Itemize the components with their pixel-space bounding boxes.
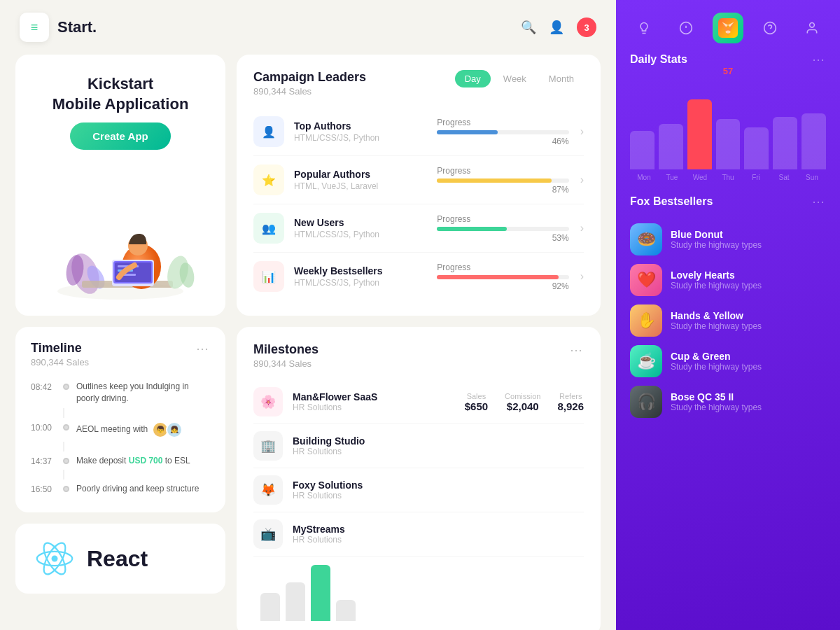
campaign-subtitle: 890,344 Sales	[253, 86, 366, 97]
milestones-card: Milestones 890,344 Sales ⋯ 🌸 Man&Flower …	[237, 327, 601, 630]
stats-bar-col	[659, 124, 683, 169]
fox-item-desc: Study the highway types	[671, 402, 762, 412]
timeline-text: Outlines keep you Indulging in poorly dr…	[76, 381, 210, 405]
stats-bars	[630, 78, 826, 169]
campaign-row-progress: Progress 46%	[437, 118, 568, 146]
timeline-time: 14:37	[31, 455, 56, 466]
timeline-dot	[63, 486, 69, 492]
fox-item-desc: Study the highway types	[671, 321, 762, 331]
fox-item-name: Lovely Hearts	[671, 270, 762, 281]
campaign-row-icon: 👥	[253, 213, 284, 244]
fox-item: ❤️ Lovely Hearts Study the highway types	[630, 260, 826, 300]
fox-item-name: Cup & Green	[671, 351, 762, 362]
search-icon[interactable]: 🔍	[521, 20, 536, 35]
stats-bar-col	[773, 117, 797, 169]
stat-refers-label: Refers	[557, 392, 584, 400]
timeline-connector	[63, 408, 64, 418]
main-content: Kickstart Mobile Application Create App	[0, 55, 616, 630]
sidebar-nav-user[interactable]	[797, 13, 827, 43]
fox-item-info: Hands & Yellow Study the highway types	[671, 310, 762, 331]
brand-name: Start.	[57, 18, 97, 36]
fox-item-desc: Study the highway types	[671, 362, 762, 372]
progress-label: Progress	[437, 262, 568, 272]
svg-point-15	[52, 556, 58, 562]
react-icon	[35, 539, 74, 578]
milestone-bar	[336, 600, 356, 621]
row-arrow-icon[interactable]: ›	[580, 125, 584, 138]
notification-badge[interactable]: 3	[577, 18, 596, 37]
row-arrow-icon[interactable]: ›	[580, 222, 584, 234]
progress-pct: 87%	[437, 185, 568, 195]
milestone-sub: HR Solutions	[293, 535, 345, 545]
stat-sales-val: $650	[465, 400, 488, 412]
campaign-row: 👤 Top Authors HTML/CSS/JS, Python Progre…	[253, 108, 584, 156]
fox-item-info: Blue Donut Study the highway types	[671, 229, 762, 250]
milestones-title: Milestones	[253, 342, 318, 357]
left-bottom-stack: Timeline 890,344 Sales ⋯ 08:42 Outlines …	[15, 327, 225, 630]
milestone-stats: Sales $650 Comission $2,040 Refers 8,926	[465, 392, 584, 412]
sidebar-nav-fox[interactable]	[713, 13, 743, 43]
create-app-button[interactable]: Create App	[70, 122, 170, 150]
sidebar-nav-question[interactable]	[755, 13, 785, 43]
milestone-sub: HR Solutions	[293, 447, 365, 456]
row-arrow-icon[interactable]: ›	[580, 270, 584, 283]
timeline-dots-icon[interactable]: ⋯	[196, 341, 210, 356]
progress-label: Progress	[437, 118, 568, 127]
fox-item: 🍩 Blue Donut Study the highway types	[630, 219, 826, 260]
milestone-sub: HR Solutions	[293, 402, 377, 412]
campaign-header: Campaign Leaders 890,344 Sales Day Week …	[253, 70, 584, 97]
campaign-row-progress: Progress 92%	[437, 262, 568, 291]
filter-month[interactable]: Month	[539, 70, 584, 88]
fox-thumb: 🎧	[630, 386, 662, 418]
progress-bar-bg	[437, 275, 568, 279]
filter-day[interactable]: Day	[455, 70, 491, 88]
milestone-info: MyStreams HR Solutions	[293, 524, 345, 545]
progress-pct: 92%	[437, 281, 568, 291]
filter-week[interactable]: Week	[493, 70, 536, 88]
milestones-header: Milestones 890,344 Sales ⋯	[253, 342, 584, 369]
fox-bestsellers-dots-icon[interactable]: ⋯	[812, 194, 826, 209]
react-card: React	[15, 524, 225, 594]
milestone-name: Man&Flower SaaS	[293, 391, 377, 402]
row-arrow-icon[interactable]: ›	[580, 174, 584, 186]
sidebar-nav-download[interactable]	[671, 13, 701, 43]
stats-bar-col	[630, 131, 654, 169]
user-icon[interactable]: 👤	[549, 20, 564, 35]
fox-bestsellers-header: Fox Bestsellers ⋯	[630, 194, 826, 209]
day-labels: MonTueWedThuFriSatSun	[630, 174, 826, 181]
daily-stats-dots-icon[interactable]: ⋯	[812, 52, 826, 67]
fox-logo-icon	[718, 18, 738, 38]
sidebar-nav-lightbulb[interactable]	[629, 13, 659, 43]
progress-label: Progress	[437, 166, 568, 176]
progress-bar-fill	[437, 227, 507, 231]
campaign-title: Campaign Leaders	[253, 70, 366, 85]
stats-bar-col	[744, 127, 769, 169]
campaign-row-name: Top Authors	[294, 120, 426, 132]
fox-item: ☕ Cup & Green Study the highway types	[630, 341, 826, 382]
milestones-dots-icon[interactable]: ⋯	[570, 342, 584, 358]
campaign-card: Campaign Leaders 890,344 Sales Day Week …	[237, 55, 601, 316]
campaign-row-tech: HTML/CSS/JS, Python	[294, 133, 426, 143]
stats-bar-col	[687, 99, 712, 169]
timeline-subtitle: 890,344 Sales	[31, 357, 89, 368]
fox-item-desc: Study the highway types	[671, 240, 762, 250]
progress-pct: 46%	[437, 136, 568, 146]
campaign-row-tech: HTML/CSS/JS, Python	[294, 278, 426, 288]
timeline-title: Timeline	[31, 341, 89, 356]
progress-bar-fill	[437, 275, 558, 279]
milestone-icon: 🌸	[253, 387, 283, 416]
bottom-row: Timeline 890,344 Sales ⋯ 08:42 Outlines …	[15, 327, 601, 630]
stat-sales: Sales $650	[465, 392, 488, 412]
sidebar-top-nav	[616, 0, 840, 52]
stats-bar	[659, 124, 683, 169]
day-label: Sat	[770, 174, 798, 181]
stats-bar	[630, 131, 654, 169]
fox-item: ✋ Hands & Yellow Study the highway types	[630, 300, 826, 341]
campaign-row-progress: Progress 53%	[437, 214, 568, 243]
daily-stats-header: Daily Stats ⋯	[630, 52, 826, 67]
fox-item-name: Hands & Yellow	[671, 310, 762, 321]
day-label: Mon	[630, 174, 658, 181]
fox-item-name: Blue Donut	[671, 229, 762, 240]
stats-bar	[802, 113, 826, 169]
timeline-dot	[63, 384, 69, 390]
